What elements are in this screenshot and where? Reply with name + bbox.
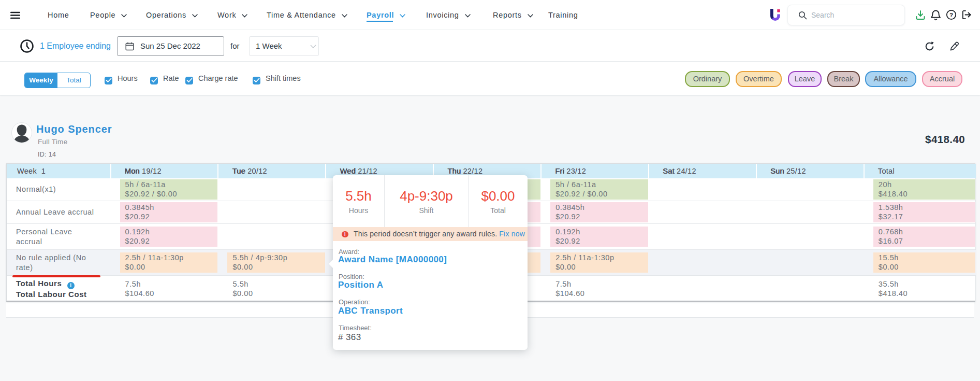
svg-text:?: ? [949,12,953,18]
